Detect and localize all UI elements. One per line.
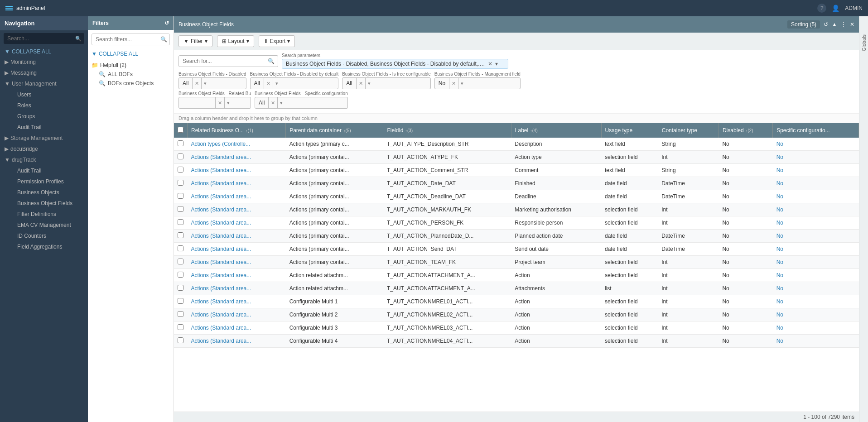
row-related-bo[interactable]: Actions (Standard area... bbox=[188, 308, 286, 321]
row-checkbox-cell[interactable] bbox=[174, 203, 188, 216]
sorting-label[interactable]: Sorting (5) bbox=[787, 20, 820, 29]
close-icon[interactable]: ✕ bbox=[850, 21, 854, 28]
sidebar-item-ema-cv-management[interactable]: EMA CV Management bbox=[4, 220, 88, 230]
row-checkbox[interactable] bbox=[178, 167, 183, 173]
row-related-bo[interactable]: Actions (Standard area... bbox=[188, 230, 286, 243]
filter-item-bofs-core-objects[interactable]: 🔍 BOFs core Objects bbox=[92, 79, 170, 88]
row-related-bo[interactable]: Actions (Standard area... bbox=[188, 243, 286, 256]
row-related-bo[interactable]: Actions (Standard area... bbox=[188, 269, 286, 282]
table-row[interactable]: Actions (Standard area... Action related… bbox=[174, 269, 859, 282]
row-checkbox-cell[interactable] bbox=[174, 164, 188, 177]
col-label[interactable]: Label ↑(4) bbox=[511, 123, 601, 138]
row-related-bo[interactable]: Actions (Standard area... bbox=[188, 256, 286, 269]
row-checkbox-cell[interactable] bbox=[174, 308, 188, 321]
row-checkbox-cell[interactable] bbox=[174, 295, 188, 308]
chip-disabled-clear[interactable]: ✕ bbox=[192, 78, 201, 89]
filters-refresh-icon[interactable]: ↺ bbox=[164, 20, 169, 26]
row-checkbox-cell[interactable] bbox=[174, 321, 188, 335]
row-related-bo[interactable]: Actions (Standard area... bbox=[188, 216, 286, 230]
row-checkbox[interactable] bbox=[178, 324, 183, 330]
table-row[interactable]: Actions (Standard area... Actions (prima… bbox=[174, 177, 859, 190]
col-container-type[interactable]: Container type bbox=[658, 123, 719, 138]
chevron-up-icon[interactable]: ▲ bbox=[832, 21, 837, 28]
table-row[interactable]: Actions (Standard area... Actions (prima… bbox=[174, 151, 859, 164]
chip-disabled-default-arrow[interactable]: ▾ bbox=[273, 78, 280, 89]
sidebar-item-storage-management[interactable]: ▶ Storage Management bbox=[0, 133, 88, 144]
chip-disabled-default-clear[interactable]: ✕ bbox=[264, 78, 273, 89]
row-checkbox-cell[interactable] bbox=[174, 151, 188, 164]
sidebar-item-audit-trail-usermgmt[interactable]: Audit Trail bbox=[4, 122, 88, 133]
filters-collapse-all[interactable]: ▼ COLLAPSE ALL bbox=[88, 49, 174, 59]
col-field-id[interactable]: FieldId ↑(3) bbox=[383, 123, 511, 138]
chip-specific-config-arrow[interactable]: ▾ bbox=[277, 97, 285, 108]
table-row[interactable]: Actions (Standard area... Configurable M… bbox=[174, 321, 859, 335]
chip-disabled-arrow[interactable]: ▾ bbox=[201, 78, 209, 89]
refresh-icon[interactable]: ↺ bbox=[824, 21, 828, 28]
chip-related-bu-clear[interactable]: ✕ bbox=[215, 97, 224, 108]
sidebar-item-permission-profiles[interactable]: Permission Profiles bbox=[4, 176, 88, 187]
row-related-bo[interactable]: Actions (Standard area... bbox=[188, 321, 286, 335]
vertical-tab-label[interactable]: Globals bbox=[861, 34, 867, 51]
filter-group-helpfull-header[interactable]: 📁 Helpfull (2) bbox=[92, 61, 170, 70]
row-checkbox-cell[interactable] bbox=[174, 177, 188, 190]
table-row[interactable]: Actions (Standard area... Configurable M… bbox=[174, 308, 859, 321]
row-checkbox-cell[interactable] bbox=[174, 335, 188, 348]
more-icon[interactable]: ⋮ bbox=[841, 21, 846, 28]
sidebar-item-users[interactable]: Users bbox=[4, 89, 88, 100]
col-specific-config[interactable]: Specific configuratio... bbox=[773, 123, 859, 138]
checkbox-header[interactable] bbox=[174, 123, 188, 138]
row-checkbox[interactable] bbox=[178, 272, 183, 278]
chip-free-configurable-clear[interactable]: ✕ bbox=[356, 78, 365, 89]
table-row[interactable]: Actions (Standard area... Actions (prima… bbox=[174, 256, 859, 269]
table-row[interactable]: Actions (Standard area... Configurable M… bbox=[174, 335, 859, 348]
row-related-bo[interactable]: Actions (Standard area... bbox=[188, 335, 286, 348]
table-search-input[interactable] bbox=[178, 55, 278, 67]
sidebar-item-audit-trail[interactable]: Audit Trail bbox=[4, 165, 88, 176]
row-checkbox[interactable] bbox=[178, 298, 183, 304]
chip-management-field-clear[interactable]: ✕ bbox=[449, 78, 458, 89]
row-related-bo[interactable]: Actions (Standard area... bbox=[188, 295, 286, 308]
row-checkbox[interactable] bbox=[178, 140, 183, 146]
sidebar-item-groups[interactable]: Groups bbox=[4, 111, 88, 122]
sidebar-item-messaging[interactable]: ▶ Messaging bbox=[0, 67, 88, 78]
row-related-bo[interactable]: Actions (Standard area... bbox=[188, 177, 286, 190]
table-row[interactable]: Actions (Standard area... Actions (prima… bbox=[174, 190, 859, 203]
col-related-bo[interactable]: Related Business O... ↑(1) bbox=[188, 123, 286, 138]
table-row[interactable]: Actions (Standard area... Actions (prima… bbox=[174, 216, 859, 230]
sidebar-item-docubridge[interactable]: ▶ docuBridge bbox=[0, 144, 88, 154]
sidebar-item-filter-definitions[interactable]: Filter Definitions bbox=[4, 209, 88, 220]
col-usage-type[interactable]: Usage type bbox=[601, 123, 658, 138]
chip-related-bu-arrow[interactable]: ▾ bbox=[224, 97, 232, 108]
search-params-close-button[interactable]: ✕ bbox=[488, 61, 492, 67]
sidebar-item-business-objects[interactable]: Business Objects bbox=[4, 187, 88, 198]
row-checkbox-cell[interactable] bbox=[174, 256, 188, 269]
row-checkbox[interactable] bbox=[178, 232, 183, 238]
col-parent-container[interactable]: Parent data container ↑(5) bbox=[286, 123, 383, 138]
table-row[interactable]: Actions (Standard area... Action related… bbox=[174, 282, 859, 295]
sidebar-item-field-aggregations[interactable]: Field Aggregations bbox=[4, 241, 88, 252]
row-checkbox-cell[interactable] bbox=[174, 243, 188, 256]
row-related-bo[interactable]: Actions (Standard area... bbox=[188, 164, 286, 177]
row-checkbox[interactable] bbox=[178, 337, 183, 343]
row-checkbox-cell[interactable] bbox=[174, 190, 188, 203]
sidebar-item-monitoring[interactable]: ▶ Monitoring bbox=[0, 57, 88, 67]
row-checkbox-cell[interactable] bbox=[174, 282, 188, 295]
sidebar-search-input[interactable] bbox=[4, 33, 84, 44]
row-checkbox[interactable] bbox=[178, 245, 183, 251]
row-checkbox-cell[interactable] bbox=[174, 216, 188, 230]
row-checkbox[interactable] bbox=[178, 219, 183, 225]
sidebar-item-user-management[interactable]: ▼ User Management bbox=[0, 78, 88, 89]
table-row[interactable]: Action types (Controlle... Action types … bbox=[174, 138, 859, 151]
filter-button[interactable]: ▼ Filter ▾ bbox=[178, 35, 212, 47]
filters-search-input[interactable] bbox=[92, 34, 170, 45]
row-checkbox[interactable] bbox=[178, 259, 183, 264]
row-checkbox-cell[interactable] bbox=[174, 138, 188, 151]
chip-specific-config-clear[interactable]: ✕ bbox=[268, 97, 277, 108]
row-checkbox[interactable] bbox=[178, 311, 183, 317]
table-row[interactable]: Actions (Standard area... Actions (prima… bbox=[174, 164, 859, 177]
table-row[interactable]: Actions (Standard area... Actions (prima… bbox=[174, 203, 859, 216]
row-checkbox-cell[interactable] bbox=[174, 230, 188, 243]
table-row[interactable]: Actions (Standard area... Actions (prima… bbox=[174, 230, 859, 243]
search-params-arrow-button[interactable]: ▾ bbox=[495, 61, 498, 67]
help-icon[interactable]: ? bbox=[817, 4, 826, 13]
